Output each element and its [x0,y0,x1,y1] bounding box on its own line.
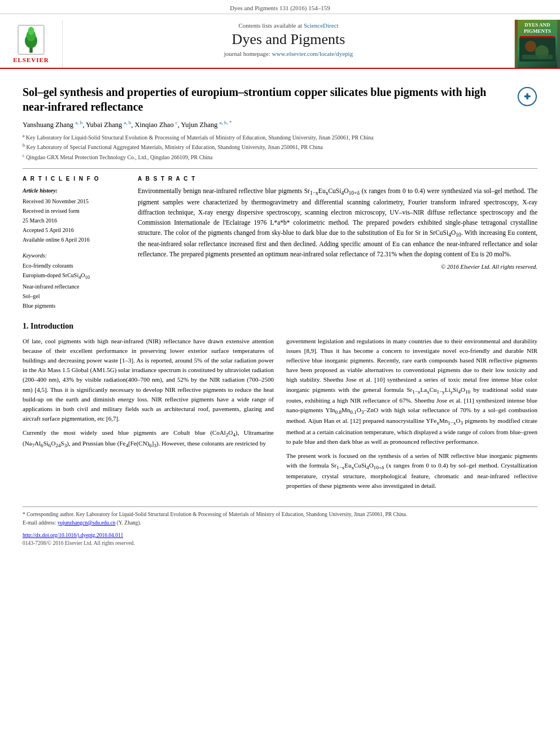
intro-para-4: The present work is focused on the synth… [286,451,537,491]
journal-citation: Dyes and Pigments 131 (2016) 154–159 [0,0,560,14]
article-info-abstract-section: A R T I C L E I N F O Article history: R… [23,176,537,311]
svg-point-3 [28,27,34,36]
abstract-column: A B S T R A C T Environmentally benign n… [138,176,537,311]
cover-decoration [519,38,555,62]
doi-link[interactable]: http://dx.doi.org/10.1016/j.dyepig.2016.… [23,532,123,538]
received-date: Received 30 November 2015 [23,197,124,206]
paper-title: Sol–gel synthesis and properties of euro… [23,85,517,114]
introduction-title: 1. Introduction [23,322,537,331]
accepted-date: Accepted 5 April 2016 [23,226,124,235]
intro-para-2: Currently the most widely used blue pigm… [23,428,274,450]
affiliations: a Key Laboratory for Liquid-Solid Struct… [23,133,537,161]
section-divider [23,168,537,169]
footer-text: 0143-7208/© 2016 Elsevier Ltd. All right… [23,540,135,546]
paper-body: Sol–gel synthesis and properties of euro… [0,69,560,557]
keywords-section: Keywords: Eco-friendly colorants Europiu… [23,252,124,311]
journal-homepage-link[interactable]: www.elsevier.com/locate/dyepig [272,50,353,57]
abstract-heading: A B S T R A C T [138,176,537,182]
article-history: Article history: Received 30 November 20… [23,186,124,244]
crossmark-icon[interactable]: ✚ [518,87,537,106]
article-history-title: Article history: [23,186,124,195]
article-info-column: A R T I C L E I N F O Article history: R… [23,176,124,311]
revised-date-value: 25 March 2016 [23,216,124,225]
sciencedirect-link[interactable]: ScienceDirect [304,22,339,29]
keywords-title: Keywords: [23,252,124,259]
intro-para-3: government legislation and regulations i… [286,337,537,447]
keyword-europium: Europium-doped SrCuSi4O10 [23,270,124,282]
intro-right-col: government legislation and regulations i… [286,337,537,495]
intro-left-col: Of late, cool pigments with high near-in… [23,337,274,495]
keyword-nir: Near-infrared reflectance [23,282,124,291]
email-label: E-mail address: [23,520,58,526]
sciencedirect-label: Contents lists available at ScienceDirec… [68,22,509,29]
journal-homepage: journal homepage: www.elsevier.com/locat… [68,50,509,57]
authors-line: Yanshuang Zhang a, b, Yubai Zhang a, b, … [23,120,537,129]
journal-banner: ELSEVIER Contents lists available at Sci… [0,14,560,69]
footer-bar: 0143-7208/© 2016 Elsevier Ltd. All right… [23,540,537,546]
journal-cover-image: dyes and pigments [515,20,560,68]
svg-rect-8 [522,55,553,59]
received-revised-date: Received in revised form [23,207,124,216]
svg-point-6 [525,41,536,52]
intro-para-1: Of late, cool pigments with high near-in… [23,337,274,423]
crossmark-area[interactable]: ✚ [517,87,537,106]
keyword-solgel: Sol–gel [23,291,124,301]
corresponding-author-note: * Corresponding author. Key Laboratory f… [23,510,537,518]
introduction-body: Of late, cool pigments with high near-in… [23,337,537,495]
paper-title-section: Sol–gel synthesis and properties of euro… [23,75,537,120]
keyword-eco-friendly: Eco-friendly colorants [23,261,124,270]
copyright-line: © 2016 Elsevier Ltd. All rights reserved… [138,264,537,270]
doi-line[interactable]: http://dx.doi.org/10.1016/j.dyepig.2016.… [23,532,537,538]
journal-name: Dyes and Pigments [68,31,509,48]
email-attribution: (Y. Zhang). [117,520,141,526]
cover-text-label: dyes and pigments [520,22,555,34]
abstract-text: Environmentally benign near-infrared ref… [138,186,537,259]
footnotes: * Corresponding author. Key Laboratory f… [23,506,537,527]
available-online-date: Available online 6 April 2016 [23,235,124,244]
elsevier-name-label: ELSEVIER [13,56,49,63]
email-note: E-mail address: yujunzhangcn@sdu.edu.cn … [23,519,537,527]
elsevier-logo: ELSEVIER [0,20,62,68]
main-content: 1. Introduction Of late, cool pigments w… [23,322,537,495]
email-link[interactable]: yujunzhangcn@sdu.edu.cn [58,520,116,526]
journal-title-area: Contents lists available at ScienceDirec… [62,20,515,68]
elsevier-tree-icon [14,24,48,55]
article-info-heading: A R T I C L E I N F O [23,176,124,182]
keyword-blue-pigments: Blue pigments [23,301,124,311]
